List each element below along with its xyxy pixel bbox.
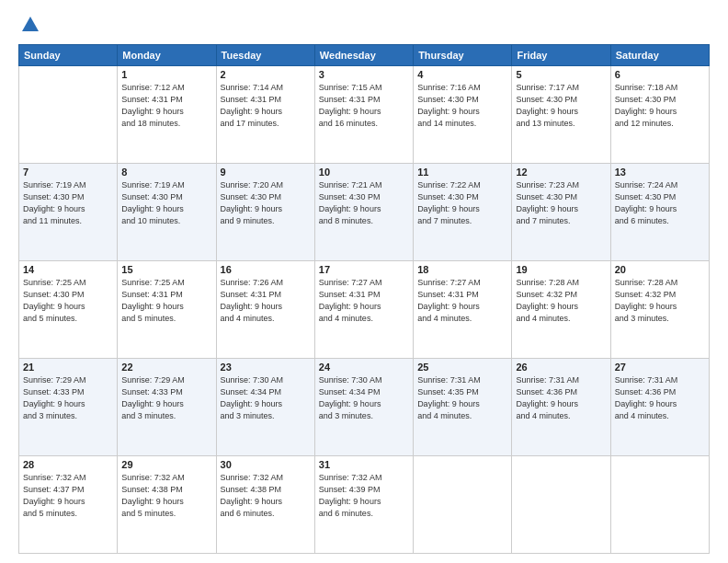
weekday-header: Wednesday [314, 45, 413, 66]
day-number: 31 [319, 459, 409, 470]
calendar-cell: 14Sunrise: 7:25 AM Sunset: 4:30 PM Dayli… [19, 261, 118, 359]
day-number: 22 [121, 362, 211, 373]
page: SundayMondayTuesdayWednesdayThursdayFrid… [0, 0, 728, 563]
calendar-cell: 7Sunrise: 7:19 AM Sunset: 4:30 PM Daylig… [19, 164, 118, 261]
day-info: Sunrise: 7:31 AM Sunset: 4:35 PM Dayligh… [417, 374, 507, 422]
calendar-week-row: 21Sunrise: 7:29 AM Sunset: 4:33 PM Dayli… [19, 359, 710, 456]
day-number: 30 [221, 459, 311, 470]
day-number: 12 [516, 167, 606, 178]
day-number: 28 [23, 459, 113, 470]
day-info: Sunrise: 7:27 AM Sunset: 4:31 PM Dayligh… [319, 277, 409, 325]
calendar-cell: 6Sunrise: 7:18 AM Sunset: 4:30 PM Daylig… [610, 66, 709, 164]
day-info: Sunrise: 7:25 AM Sunset: 4:31 PM Dayligh… [121, 277, 211, 325]
day-info: Sunrise: 7:29 AM Sunset: 4:33 PM Dayligh… [121, 374, 211, 422]
day-info: Sunrise: 7:19 AM Sunset: 4:30 PM Dayligh… [23, 179, 113, 227]
day-number: 8 [121, 167, 211, 178]
day-info: Sunrise: 7:28 AM Sunset: 4:32 PM Dayligh… [516, 277, 606, 325]
day-number: 26 [516, 362, 606, 373]
day-info: Sunrise: 7:26 AM Sunset: 4:31 PM Dayligh… [221, 277, 311, 325]
day-info: Sunrise: 7:16 AM Sunset: 4:30 PM Dayligh… [417, 82, 507, 130]
day-info: Sunrise: 7:29 AM Sunset: 4:33 PM Dayligh… [23, 374, 113, 422]
calendar-header-row: SundayMondayTuesdayWednesdayThursdayFrid… [19, 45, 710, 66]
calendar-cell: 27Sunrise: 7:31 AM Sunset: 4:36 PM Dayli… [610, 359, 709, 456]
day-number: 3 [319, 69, 409, 80]
day-number: 24 [319, 362, 409, 373]
weekday-header: Tuesday [216, 45, 314, 66]
calendar-cell: 12Sunrise: 7:23 AM Sunset: 4:30 PM Dayli… [512, 164, 610, 261]
day-number: 2 [221, 69, 311, 80]
day-number: 27 [615, 362, 705, 373]
day-info: Sunrise: 7:31 AM Sunset: 4:36 PM Dayligh… [516, 374, 606, 422]
calendar-cell: 20Sunrise: 7:28 AM Sunset: 4:32 PM Dayli… [610, 261, 709, 359]
calendar-cell: 9Sunrise: 7:20 AM Sunset: 4:30 PM Daylig… [216, 164, 314, 261]
day-number: 25 [417, 362, 507, 373]
calendar-cell: 24Sunrise: 7:30 AM Sunset: 4:34 PM Dayli… [314, 359, 413, 456]
calendar-week-row: 28Sunrise: 7:32 AM Sunset: 4:37 PM Dayli… [19, 456, 710, 554]
calendar-cell: 4Sunrise: 7:16 AM Sunset: 4:30 PM Daylig… [414, 66, 512, 164]
day-info: Sunrise: 7:30 AM Sunset: 4:34 PM Dayligh… [221, 374, 311, 422]
calendar-cell: 22Sunrise: 7:29 AM Sunset: 4:33 PM Dayli… [118, 359, 216, 456]
calendar-cell [610, 456, 709, 554]
calendar-cell: 10Sunrise: 7:21 AM Sunset: 4:30 PM Dayli… [314, 164, 413, 261]
day-number: 6 [615, 69, 705, 80]
day-info: Sunrise: 7:24 AM Sunset: 4:30 PM Dayligh… [615, 179, 705, 227]
day-number: 5 [516, 69, 606, 80]
day-info: Sunrise: 7:30 AM Sunset: 4:34 PM Dayligh… [319, 374, 409, 422]
calendar-cell: 8Sunrise: 7:19 AM Sunset: 4:30 PM Daylig… [118, 164, 216, 261]
weekday-header: Saturday [610, 45, 709, 66]
day-info: Sunrise: 7:15 AM Sunset: 4:31 PM Dayligh… [319, 82, 409, 130]
day-info: Sunrise: 7:27 AM Sunset: 4:31 PM Dayligh… [417, 277, 507, 325]
logo-icon [20, 15, 40, 35]
calendar-cell: 11Sunrise: 7:22 AM Sunset: 4:30 PM Dayli… [414, 164, 512, 261]
day-info: Sunrise: 7:12 AM Sunset: 4:31 PM Dayligh… [121, 82, 211, 130]
day-number: 10 [319, 167, 409, 178]
day-info: Sunrise: 7:17 AM Sunset: 4:30 PM Dayligh… [516, 82, 606, 130]
day-number: 7 [23, 167, 113, 178]
calendar-cell: 17Sunrise: 7:27 AM Sunset: 4:31 PM Dayli… [314, 261, 413, 359]
day-number: 15 [121, 264, 211, 275]
day-info: Sunrise: 7:32 AM Sunset: 4:37 PM Dayligh… [23, 472, 113, 520]
day-number: 16 [221, 264, 311, 275]
day-info: Sunrise: 7:21 AM Sunset: 4:30 PM Dayligh… [319, 179, 409, 227]
calendar-cell: 29Sunrise: 7:32 AM Sunset: 4:38 PM Dayli… [118, 456, 216, 554]
day-number: 1 [121, 69, 211, 80]
calendar-cell [512, 456, 610, 554]
day-info: Sunrise: 7:18 AM Sunset: 4:30 PM Dayligh… [615, 82, 705, 130]
weekday-header: Friday [512, 45, 610, 66]
calendar-week-row: 7Sunrise: 7:19 AM Sunset: 4:30 PM Daylig… [19, 164, 710, 261]
day-number: 11 [417, 167, 507, 178]
day-number: 19 [516, 264, 606, 275]
day-number: 14 [23, 264, 113, 275]
day-info: Sunrise: 7:25 AM Sunset: 4:30 PM Dayligh… [23, 277, 113, 325]
day-info: Sunrise: 7:31 AM Sunset: 4:36 PM Dayligh… [615, 374, 705, 422]
calendar-cell: 31Sunrise: 7:32 AM Sunset: 4:39 PM Dayli… [314, 456, 413, 554]
weekday-header: Monday [118, 45, 216, 66]
svg-marker-0 [22, 17, 39, 31]
calendar-cell: 23Sunrise: 7:30 AM Sunset: 4:34 PM Dayli… [216, 359, 314, 456]
calendar-cell: 30Sunrise: 7:32 AM Sunset: 4:38 PM Dayli… [216, 456, 314, 554]
calendar-cell: 1Sunrise: 7:12 AM Sunset: 4:31 PM Daylig… [118, 66, 216, 164]
day-number: 4 [417, 69, 507, 80]
day-number: 23 [221, 362, 311, 373]
day-number: 29 [121, 459, 211, 470]
day-info: Sunrise: 7:23 AM Sunset: 4:30 PM Dayligh… [516, 179, 606, 227]
day-info: Sunrise: 7:20 AM Sunset: 4:30 PM Dayligh… [221, 179, 311, 227]
calendar-cell: 3Sunrise: 7:15 AM Sunset: 4:31 PM Daylig… [314, 66, 413, 164]
calendar-cell: 19Sunrise: 7:28 AM Sunset: 4:32 PM Dayli… [512, 261, 610, 359]
calendar-cell: 26Sunrise: 7:31 AM Sunset: 4:36 PM Dayli… [512, 359, 610, 456]
weekday-header: Sunday [19, 45, 118, 66]
day-info: Sunrise: 7:19 AM Sunset: 4:30 PM Dayligh… [121, 179, 211, 227]
calendar-cell: 18Sunrise: 7:27 AM Sunset: 4:31 PM Dayli… [414, 261, 512, 359]
calendar-cell: 21Sunrise: 7:29 AM Sunset: 4:33 PM Dayli… [19, 359, 118, 456]
calendar-cell: 28Sunrise: 7:32 AM Sunset: 4:37 PM Dayli… [19, 456, 118, 554]
day-info: Sunrise: 7:22 AM Sunset: 4:30 PM Dayligh… [417, 179, 507, 227]
calendar-week-row: 14Sunrise: 7:25 AM Sunset: 4:30 PM Dayli… [19, 261, 710, 359]
day-number: 9 [221, 167, 311, 178]
day-info: Sunrise: 7:14 AM Sunset: 4:31 PM Dayligh… [221, 82, 311, 130]
calendar-week-row: 1Sunrise: 7:12 AM Sunset: 4:31 PM Daylig… [19, 66, 710, 164]
calendar-cell [19, 66, 118, 164]
calendar-table: SundayMondayTuesdayWednesdayThursdayFrid… [18, 44, 710, 554]
logo [18, 15, 40, 35]
calendar-cell: 2Sunrise: 7:14 AM Sunset: 4:31 PM Daylig… [216, 66, 314, 164]
day-number: 17 [319, 264, 409, 275]
